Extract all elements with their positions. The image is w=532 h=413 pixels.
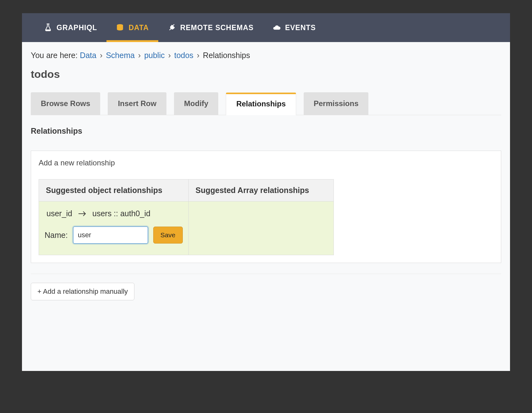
breadcrumb: You are here: Data › Schema › public › t…	[31, 51, 501, 60]
tab-modify[interactable]: Modify	[174, 92, 218, 115]
tab-browse-rows[interactable]: Browse Rows	[31, 92, 100, 115]
breadcrumb-prefix: You are here:	[31, 51, 80, 60]
object-relationships-col: Suggested object relationships user_id u…	[39, 180, 188, 255]
breadcrumb-current: Relationships	[203, 51, 250, 60]
database-icon	[116, 24, 124, 32]
array-relationships-body	[189, 201, 334, 255]
divider	[31, 274, 501, 274]
relationship-from: user_id	[46, 209, 72, 218]
object-relationships-header: Suggested object relationships	[39, 180, 188, 201]
array-relationships-col: Suggested Array relationships	[188, 180, 334, 255]
suggested-relationship-row: user_id users :: auth0_id	[45, 209, 183, 218]
tab-permissions[interactable]: Permissions	[304, 92, 369, 115]
nav-label: EVENTS	[285, 24, 316, 32]
section-title: Relationships	[31, 126, 501, 136]
top-nav: GRAPHIQL DATA REMOTE SCHEMAS EVENTS	[22, 13, 510, 42]
breadcrumb-sep: ›	[168, 51, 171, 60]
breadcrumb-link-todos[interactable]: todos	[174, 51, 193, 60]
name-label: Name:	[45, 231, 68, 240]
panel-label: Add a new relationship	[39, 158, 493, 167]
tab-insert-row[interactable]: Insert Row	[108, 92, 166, 115]
plug-icon	[168, 24, 176, 32]
nav-remote-schemas[interactable]: REMOTE SCHEMAS	[158, 13, 263, 42]
nav-label: GRAPHIQL	[57, 24, 97, 32]
array-relationships-header: Suggested Array relationships	[189, 180, 334, 201]
nav-label: DATA	[128, 24, 149, 32]
breadcrumb-link-schema[interactable]: Schema	[106, 51, 135, 60]
arrow-right-icon	[78, 211, 87, 217]
cloud-icon	[273, 24, 281, 32]
relationship-name-row: Name: Save	[45, 226, 183, 244]
nav-data[interactable]: DATA	[106, 13, 158, 42]
suggestion-table: Suggested object relationships user_id u…	[39, 179, 334, 255]
relationship-name-input[interactable]	[73, 226, 148, 244]
add-relationship-panel: Add a new relationship Suggested object …	[31, 151, 501, 263]
nav-label: REMOTE SCHEMAS	[180, 24, 254, 32]
tabs: Browse Rows Insert Row Modify Relationsh…	[31, 92, 501, 115]
page-title: todos	[31, 68, 501, 80]
nav-events[interactable]: EVENTS	[263, 13, 325, 42]
tab-relationships[interactable]: Relationships	[226, 93, 296, 115]
breadcrumb-sep: ›	[138, 51, 141, 60]
nav-graphiql[interactable]: GRAPHIQL	[35, 13, 106, 42]
object-relationships-body: user_id users :: auth0_id Name: Save	[39, 201, 188, 255]
breadcrumb-link-data[interactable]: Data	[80, 51, 96, 60]
breadcrumb-sep: ›	[100, 51, 102, 60]
save-button[interactable]: Save	[153, 227, 183, 244]
breadcrumb-sep: ›	[197, 51, 199, 60]
flask-icon	[44, 24, 52, 32]
relationship-to: users :: auth0_id	[92, 209, 150, 218]
add-relationship-manually-button[interactable]: + Add a relationship manually	[31, 283, 134, 300]
breadcrumb-link-public[interactable]: public	[144, 51, 165, 60]
